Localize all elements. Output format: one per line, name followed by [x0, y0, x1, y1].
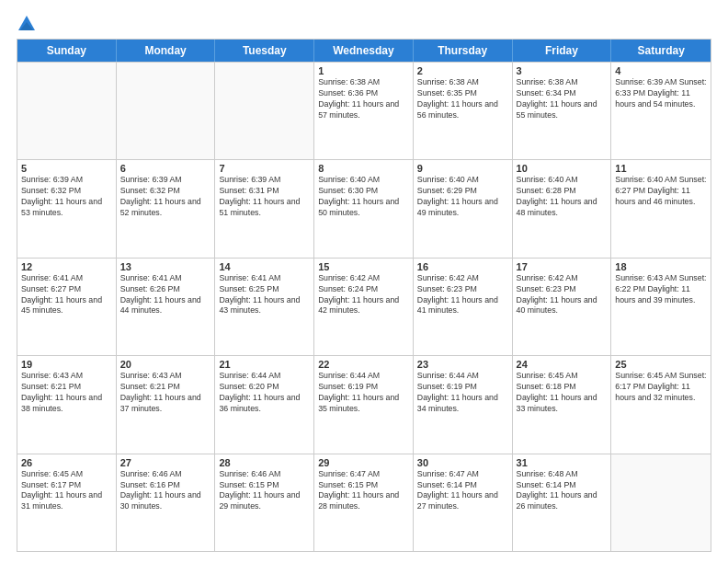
- day-info: Sunrise: 6:45 AM Sunset: 6:18 PM Dayligh…: [517, 371, 608, 415]
- day-number: 20: [120, 359, 211, 370]
- day-number: 13: [120, 261, 211, 272]
- cal-cell-1-4: 1Sunrise: 6:38 AM Sunset: 6:36 PM Daylig…: [314, 63, 414, 159]
- day-number: 2: [417, 65, 508, 76]
- day-info: Sunrise: 6:42 AM Sunset: 6:23 PM Dayligh…: [417, 273, 508, 317]
- cal-cell-3-4: 15Sunrise: 6:42 AM Sunset: 6:24 PM Dayli…: [314, 259, 414, 355]
- cal-cell-3-5: 16Sunrise: 6:42 AM Sunset: 6:23 PM Dayli…: [414, 259, 513, 355]
- cal-week-2: 5Sunrise: 6:39 AM Sunset: 6:32 PM Daylig…: [17, 159, 711, 257]
- day-number: 22: [318, 359, 409, 370]
- cal-week-5: 26Sunrise: 6:45 AM Sunset: 6:17 PM Dayli…: [17, 454, 711, 551]
- day-number: 12: [21, 261, 112, 272]
- day-number: 24: [517, 359, 608, 370]
- day-info: Sunrise: 6:43 AM Sunset: 6:21 PM Dayligh…: [21, 371, 112, 415]
- cal-cell-1-3: [215, 63, 314, 159]
- day-number: 23: [417, 359, 508, 370]
- cal-cell-3-2: 13Sunrise: 6:41 AM Sunset: 6:26 PM Dayli…: [117, 259, 216, 355]
- cal-cell-2-7: 11Sunrise: 6:40 AM Sunset: 6:27 PM Dayli…: [611, 160, 711, 257]
- cal-cell-4-3: 21Sunrise: 6:44 AM Sunset: 6:20 PM Dayli…: [215, 356, 314, 453]
- cal-cell-5-1: 26Sunrise: 6:45 AM Sunset: 6:17 PM Dayli…: [17, 454, 117, 551]
- day-info: Sunrise: 6:43 AM Sunset: 6:22 PM Dayligh…: [615, 273, 707, 306]
- cal-cell-4-6: 24Sunrise: 6:45 AM Sunset: 6:18 PM Dayli…: [513, 356, 612, 453]
- cal-cell-3-6: 17Sunrise: 6:42 AM Sunset: 6:23 PM Dayli…: [513, 259, 612, 355]
- day-info: Sunrise: 6:48 AM Sunset: 6:14 PM Dayligh…: [517, 469, 608, 513]
- day-info: Sunrise: 6:38 AM Sunset: 6:35 PM Dayligh…: [417, 77, 508, 121]
- cal-cell-4-2: 20Sunrise: 6:43 AM Sunset: 6:21 PM Dayli…: [117, 356, 216, 453]
- cal-cell-4-4: 22Sunrise: 6:44 AM Sunset: 6:19 PM Dayli…: [314, 356, 414, 453]
- day-number: 27: [120, 457, 211, 468]
- day-number: 9: [417, 163, 508, 174]
- day-info: Sunrise: 6:44 AM Sunset: 6:19 PM Dayligh…: [318, 371, 409, 415]
- day-number: 6: [120, 163, 211, 174]
- day-number: 26: [21, 457, 112, 468]
- cal-cell-1-1: [17, 63, 117, 159]
- day-info: Sunrise: 6:41 AM Sunset: 6:27 PM Dayligh…: [21, 273, 112, 317]
- day-info: Sunrise: 6:40 AM Sunset: 6:28 PM Dayligh…: [517, 175, 608, 219]
- day-info: Sunrise: 6:41 AM Sunset: 6:25 PM Dayligh…: [219, 273, 310, 317]
- cal-cell-2-6: 10Sunrise: 6:40 AM Sunset: 6:28 PM Dayli…: [513, 160, 612, 257]
- calendar-body: 1Sunrise: 6:38 AM Sunset: 6:36 PM Daylig…: [17, 62, 711, 551]
- day-number: 10: [517, 163, 608, 174]
- day-info: Sunrise: 6:39 AM Sunset: 6:32 PM Dayligh…: [120, 175, 211, 219]
- cal-cell-1-2: [117, 63, 216, 159]
- cal-cell-5-2: 27Sunrise: 6:46 AM Sunset: 6:16 PM Dayli…: [117, 454, 216, 551]
- day-number: 4: [615, 65, 707, 76]
- cal-week-1: 1Sunrise: 6:38 AM Sunset: 6:36 PM Daylig…: [17, 62, 711, 159]
- cal-cell-3-7: 18Sunrise: 6:43 AM Sunset: 6:22 PM Dayli…: [611, 259, 711, 355]
- day-number: 17: [517, 261, 608, 272]
- cal-week-3: 12Sunrise: 6:41 AM Sunset: 6:27 PM Dayli…: [17, 258, 711, 355]
- day-info: Sunrise: 6:38 AM Sunset: 6:34 PM Dayligh…: [517, 77, 608, 121]
- cal-week-4: 19Sunrise: 6:43 AM Sunset: 6:21 PM Dayli…: [17, 355, 711, 453]
- day-info: Sunrise: 6:47 AM Sunset: 6:14 PM Dayligh…: [417, 469, 508, 513]
- day-number: 19: [21, 359, 112, 370]
- cal-cell-5-7: [611, 454, 711, 551]
- day-number: 3: [517, 65, 608, 76]
- dow-friday: Friday: [513, 40, 612, 62]
- dow-saturday: Saturday: [611, 40, 711, 62]
- day-number: 25: [615, 359, 707, 370]
- dow-monday: Monday: [117, 40, 216, 62]
- day-number: 28: [219, 457, 310, 468]
- day-number: 7: [219, 163, 310, 174]
- day-info: Sunrise: 6:39 AM Sunset: 6:31 PM Dayligh…: [219, 175, 310, 219]
- calendar: Sunday Monday Tuesday Wednesday Thursday…: [17, 39, 711, 552]
- cal-cell-5-4: 29Sunrise: 6:47 AM Sunset: 6:15 PM Dayli…: [314, 454, 414, 551]
- cal-cell-3-3: 14Sunrise: 6:41 AM Sunset: 6:25 PM Dayli…: [215, 259, 314, 355]
- header: [17, 15, 711, 31]
- cal-cell-2-5: 9Sunrise: 6:40 AM Sunset: 6:29 PM Daylig…: [414, 160, 513, 257]
- cal-cell-2-2: 6Sunrise: 6:39 AM Sunset: 6:32 PM Daylig…: [117, 160, 216, 257]
- day-info: Sunrise: 6:40 AM Sunset: 6:29 PM Dayligh…: [417, 175, 508, 219]
- cal-cell-2-1: 5Sunrise: 6:39 AM Sunset: 6:32 PM Daylig…: [17, 160, 117, 257]
- day-number: 16: [417, 261, 508, 272]
- dow-tuesday: Tuesday: [215, 40, 314, 62]
- day-info: Sunrise: 6:45 AM Sunset: 6:17 PM Dayligh…: [21, 469, 112, 513]
- day-info: Sunrise: 6:44 AM Sunset: 6:20 PM Dayligh…: [219, 371, 310, 415]
- day-number: 8: [318, 163, 409, 174]
- cal-cell-4-5: 23Sunrise: 6:44 AM Sunset: 6:19 PM Dayli…: [414, 356, 513, 453]
- dow-wednesday: Wednesday: [314, 40, 414, 62]
- day-info: Sunrise: 6:38 AM Sunset: 6:36 PM Dayligh…: [318, 77, 409, 121]
- cal-cell-1-5: 2Sunrise: 6:38 AM Sunset: 6:35 PM Daylig…: [414, 63, 513, 159]
- cal-cell-5-3: 28Sunrise: 6:46 AM Sunset: 6:15 PM Dayli…: [215, 454, 314, 551]
- day-number: 1: [318, 65, 409, 76]
- cal-cell-4-7: 25Sunrise: 6:45 AM Sunset: 6:17 PM Dayli…: [611, 356, 711, 453]
- day-info: Sunrise: 6:39 AM Sunset: 6:33 PM Dayligh…: [615, 77, 707, 110]
- day-number: 15: [318, 261, 409, 272]
- dow-sunday: Sunday: [17, 40, 117, 62]
- day-info: Sunrise: 6:46 AM Sunset: 6:16 PM Dayligh…: [120, 469, 211, 513]
- day-info: Sunrise: 6:40 AM Sunset: 6:27 PM Dayligh…: [615, 175, 707, 208]
- day-info: Sunrise: 6:43 AM Sunset: 6:21 PM Dayligh…: [120, 371, 211, 415]
- day-number: 21: [219, 359, 310, 370]
- cal-cell-5-6: 31Sunrise: 6:48 AM Sunset: 6:14 PM Dayli…: [513, 454, 612, 551]
- day-info: Sunrise: 6:40 AM Sunset: 6:30 PM Dayligh…: [318, 175, 409, 219]
- logo: [17, 15, 35, 31]
- day-info: Sunrise: 6:41 AM Sunset: 6:26 PM Dayligh…: [120, 273, 211, 317]
- day-info: Sunrise: 6:46 AM Sunset: 6:15 PM Dayligh…: [219, 469, 310, 513]
- cal-cell-5-5: 30Sunrise: 6:47 AM Sunset: 6:14 PM Dayli…: [414, 454, 513, 551]
- day-number: 14: [219, 261, 310, 272]
- page: Sunday Monday Tuesday Wednesday Thursday…: [0, 0, 728, 563]
- day-number: 11: [615, 163, 707, 174]
- day-info: Sunrise: 6:45 AM Sunset: 6:17 PM Dayligh…: [615, 371, 707, 404]
- day-info: Sunrise: 6:44 AM Sunset: 6:19 PM Dayligh…: [417, 371, 508, 415]
- day-info: Sunrise: 6:47 AM Sunset: 6:15 PM Dayligh…: [318, 469, 409, 513]
- cal-cell-1-7: 4Sunrise: 6:39 AM Sunset: 6:33 PM Daylig…: [611, 63, 711, 159]
